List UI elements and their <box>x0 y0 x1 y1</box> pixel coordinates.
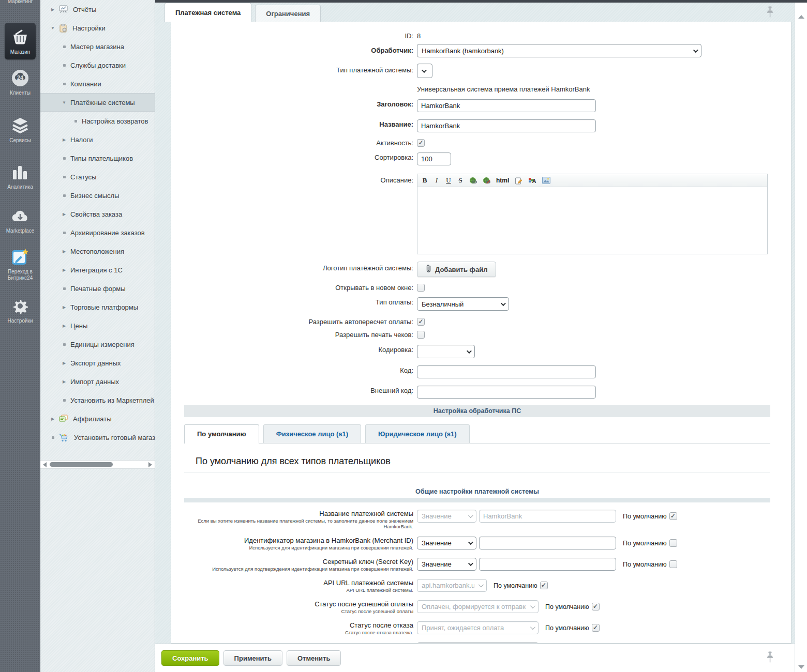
triangle-right-icon[interactable]: ▶ <box>61 138 67 142</box>
menu-item-18[interactable]: ▶Цены <box>40 316 155 335</box>
default-checkbox[interactable]: ✓ <box>669 560 677 568</box>
underline-icon[interactable]: U <box>445 176 452 185</box>
value-type-select[interactable]: Значение <box>417 537 476 549</box>
rail-item-7[interactable]: Переход в Битрикс24 <box>0 247 40 281</box>
sort-input[interactable] <box>417 152 451 165</box>
triangle-right-icon[interactable]: ▶ <box>61 249 67 254</box>
triangle-right-icon[interactable]: ▶ <box>61 305 67 310</box>
payer-tab-3[interactable]: Юридическое лицо (s1) <box>365 424 469 443</box>
tab-payment-system[interactable]: Платежная система <box>165 3 251 22</box>
menu-item-8[interactable]: ▶Налоги <box>40 130 155 149</box>
pin-icon[interactable] <box>766 6 774 20</box>
triangle-right-icon[interactable]: ▶ <box>61 212 67 217</box>
payer-tab-2[interactable]: Физическое лицо (s1) <box>263 424 361 443</box>
scroll-up-arrow-icon[interactable] <box>798 15 804 19</box>
scroll-down-arrow-icon[interactable] <box>798 665 804 669</box>
pay-type-select[interactable]: Безналичный <box>417 297 509 311</box>
menu-item-20[interactable]: ▶Экспорт данных <box>40 354 155 372</box>
menu-item-7[interactable]: Настройка возвратов <box>40 112 155 130</box>
rail-item-4[interactable]: Сервисы <box>0 115 40 144</box>
menu-item-16[interactable]: Печатные формы <box>40 279 155 298</box>
value-input[interactable] <box>479 510 616 523</box>
rail-item-5[interactable]: Аналитика <box>0 162 40 190</box>
value-type-select[interactable]: Значение <box>417 510 476 523</box>
value-type-select[interactable]: Значение <box>417 558 476 571</box>
active-checkbox[interactable]: ✓ <box>417 139 425 147</box>
default-checkbox[interactable]: ✓ <box>592 603 600 610</box>
add-file-button[interactable]: Добавить файл <box>417 262 496 277</box>
insert-link-icon[interactable] <box>469 177 477 185</box>
triangle-right-icon[interactable]: ▶ <box>61 324 67 328</box>
menu-item-24[interactable]: Установить готовый магази <box>40 428 155 447</box>
menu-horizontal-scrollbar[interactable] <box>40 460 155 469</box>
rail-item-8[interactable]: Настройки <box>0 296 40 324</box>
default-checkbox[interactable]: ✓ <box>540 582 548 589</box>
triangle-down-icon[interactable]: ▼ <box>61 100 67 105</box>
name-input[interactable] <box>417 119 596 132</box>
menu-item-17[interactable]: ▶Торговые платформы <box>40 298 155 316</box>
snippet-icon[interactable] <box>515 177 522 185</box>
menu-item-22[interactable]: Установить из Маркетплей <box>40 391 155 409</box>
menu-item-11[interactable]: Бизнес смыслы <box>40 186 155 205</box>
menu-item-5[interactable]: Компании <box>40 74 155 93</box>
triangle-right-icon[interactable]: ▶ <box>50 7 56 12</box>
value-select[interactable]: api.hamkorbank.uz <box>417 579 487 592</box>
menu-item-4[interactable]: Службы доставки <box>40 56 155 74</box>
save-button[interactable]: Сохранить <box>161 650 219 666</box>
menu-item-1[interactable]: ▶Отчёты <box>40 0 155 19</box>
title-input[interactable] <box>417 99 596 112</box>
rail-item-3[interactable]: 24Клиенты <box>0 68 40 96</box>
remove-link-icon[interactable] <box>483 177 490 185</box>
tab-restrictions[interactable]: Ограничения <box>255 5 321 22</box>
value-select[interactable]: Оплачен, формируется к отправке <box>417 600 539 613</box>
scroll-right-arrow-icon[interactable] <box>148 462 152 467</box>
rail-item-1[interactable]: Маркетинг <box>0 0 40 5</box>
page-vertical-scrollbar[interactable] <box>795 3 807 672</box>
html-icon[interactable]: html <box>496 177 509 184</box>
default-checkbox[interactable]: ✓ <box>669 539 677 547</box>
cancel-button[interactable]: Отменить <box>287 650 341 666</box>
triangle-right-icon[interactable]: ▶ <box>61 379 67 384</box>
menu-item-9[interactable]: Типы плательщиков <box>40 149 155 167</box>
menu-item-14[interactable]: ▶Местоположения <box>40 242 155 261</box>
menu-item-6[interactable]: ▼Платёжные системы <box>40 93 155 112</box>
bold-icon[interactable]: B <box>422 176 428 185</box>
menu-item-12[interactable]: ▶Свойства заказа <box>40 205 155 223</box>
menu-item-19[interactable]: Единицы измерения <box>40 335 155 354</box>
menu-item-13[interactable]: Архивирование заказов <box>40 223 155 242</box>
default-checkbox[interactable]: ✓ <box>669 512 677 520</box>
value-input[interactable] <box>479 537 616 549</box>
ps-type-select[interactable] <box>417 64 432 78</box>
italic-icon[interactable]: I <box>434 176 440 185</box>
menu-item-15[interactable]: ▶Интеграция с 1С <box>40 261 155 279</box>
print-receipts-checkbox[interactable]: ✓ <box>417 331 425 339</box>
menu-item-2[interactable]: ▼Настройки <box>40 19 155 37</box>
scrollbar-thumb[interactable] <box>50 462 113 467</box>
image-icon[interactable] <box>542 177 550 184</box>
handler-select[interactable]: HamkorBank (hamkorbank) <box>417 44 701 57</box>
value-select[interactable]: Принят, ожидается оплата <box>417 621 539 634</box>
pin-icon[interactable] <box>766 651 774 665</box>
strike-icon[interactable]: S <box>457 176 464 185</box>
code-input[interactable] <box>417 365 596 378</box>
apply-button[interactable]: Применить <box>223 650 282 666</box>
triangle-right-icon[interactable]: ▶ <box>61 361 67 365</box>
new-window-checkbox[interactable]: ✓ <box>417 284 425 292</box>
auto-recalc-checkbox[interactable]: ✓ <box>417 318 425 326</box>
rail-item-2[interactable]: Магазин <box>5 23 36 59</box>
menu-item-23[interactable]: ▶Аффилиаты <box>40 409 155 428</box>
rail-item-6[interactable]: Marketplace <box>0 206 40 234</box>
encoding-select[interactable] <box>417 345 475 358</box>
external-code-input[interactable] <box>417 386 596 399</box>
scroll-left-arrow-icon[interactable] <box>43 462 47 467</box>
triangle-right-icon[interactable]: ▶ <box>61 268 67 272</box>
menu-item-10[interactable]: Статусы <box>40 167 155 186</box>
description-editor-body[interactable] <box>417 187 767 254</box>
value-input[interactable] <box>479 558 616 571</box>
default-checkbox[interactable]: ✓ <box>592 624 600 632</box>
triangle-down-icon[interactable]: ▼ <box>50 26 56 30</box>
font-color-icon[interactable]: A <box>528 177 536 185</box>
menu-item-3[interactable]: Мастер магазина <box>40 37 155 56</box>
payer-tab-1[interactable]: По умолчанию <box>184 424 259 444</box>
menu-item-21[interactable]: ▶Импорт данных <box>40 372 155 391</box>
